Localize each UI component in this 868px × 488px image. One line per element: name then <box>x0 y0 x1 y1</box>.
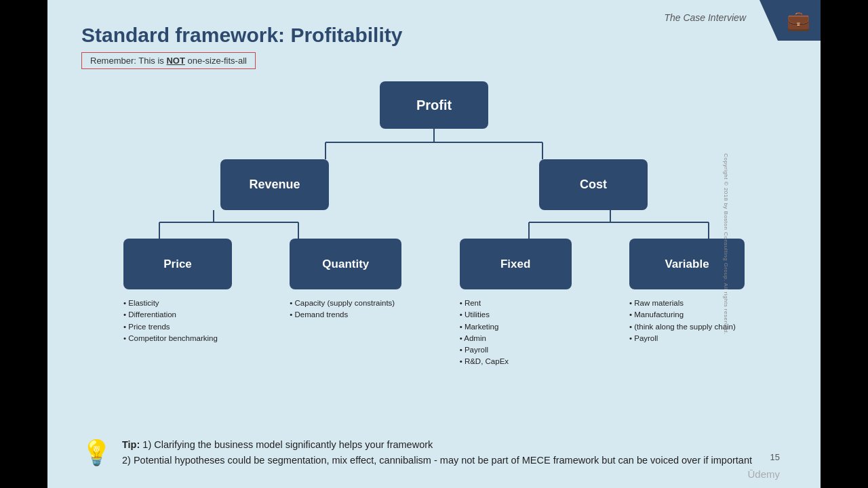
warning-box: Remember: This is NOT one-size-fits-all <box>81 52 256 69</box>
tip-section: 💡 Tip: 1) Clarifying the business model … <box>81 437 780 468</box>
level2-row: Revenue Cost <box>81 159 787 210</box>
fixed-bullets: Rent Utilities Marketing Admin Payroll R… <box>460 298 572 368</box>
bullet-fixed-3: Marketing <box>460 321 572 333</box>
bullet-fixed-2: Utilities <box>460 309 572 321</box>
price-label: Price <box>163 258 192 271</box>
quantity-bullets: Capacity (supply constraints) Demand tre… <box>290 298 401 368</box>
bullet-fixed-1: Rent <box>460 298 572 309</box>
fixed-box: Fixed <box>460 239 572 289</box>
cost-box: Cost <box>539 159 648 210</box>
quantity-box: Quantity <box>290 239 401 289</box>
warning-suffix: one-size-fits-all <box>185 56 247 66</box>
profitability-chart: Profit Revenue Cost <box>81 81 787 368</box>
price-box: Price <box>123 239 232 289</box>
bullet-fixed-5: Payroll <box>460 344 572 356</box>
bullet-qty-2: Demand trends <box>290 309 401 321</box>
watermark-text: The Case Interview <box>664 12 746 23</box>
bullet-fixed-4: Admin <box>460 333 572 344</box>
slide: 💼 The Case Interview Copyright © 2018 by… <box>47 0 821 488</box>
lightbulb-icon: 💡 <box>81 439 112 467</box>
profit-label: Profit <box>416 98 452 113</box>
variable-label: Variable <box>665 258 709 271</box>
tip-label: Tip: <box>122 439 140 450</box>
connector-level2-level3 <box>115 210 753 239</box>
price-bullets: Elasticity Differentiation Price trends … <box>123 298 232 368</box>
revenue-label: Revenue <box>249 178 300 192</box>
bullet-price-2: Differentiation <box>123 309 232 321</box>
quantity-label: Quantity <box>322 258 369 271</box>
revenue-box: Revenue <box>220 159 329 210</box>
slide-title: Standard framework: Profitability <box>81 24 787 47</box>
bullet-price-4: Competitor benchmarking <box>123 333 232 344</box>
fixed-label: Fixed <box>500 258 530 271</box>
tip-content: 1) Clarifying the business model signifi… <box>122 439 752 465</box>
bullet-qty-1: Capacity (supply constraints) <box>290 298 401 309</box>
connector-profit-level2 <box>264 129 604 159</box>
bullet-price-3: Price trends <box>123 321 232 333</box>
level3-row: Price Quantity Fixed Variable <box>115 239 753 289</box>
bullets-row: Elasticity Differentiation Price trends … <box>115 292 753 368</box>
bullet-price-1: Elasticity <box>123 298 232 309</box>
cost-label: Cost <box>580 178 607 192</box>
udemy-logo: Ūdemy <box>747 468 780 480</box>
copyright-text: Copyright © 2018 by Boston Consulting Gr… <box>723 153 729 334</box>
briefcase-icon: 💼 <box>787 9 810 32</box>
bullet-fixed-6: R&D, CapEx <box>460 356 572 367</box>
profit-box: Profit <box>380 81 488 129</box>
warning-prefix: Remember: This is <box>90 56 166 66</box>
warning-emphasis: NOT <box>166 56 184 66</box>
tip-text: Tip: 1) Clarifying the business model si… <box>122 437 752 468</box>
